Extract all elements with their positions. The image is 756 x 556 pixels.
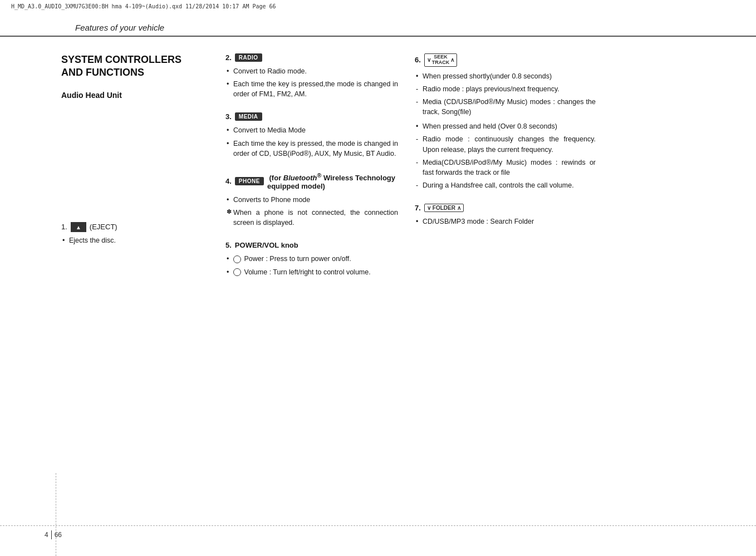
folder-number: 7. bbox=[415, 204, 421, 212]
eject-number: 1. bbox=[61, 223, 67, 231]
power-circle-icon bbox=[233, 255, 241, 263]
header-bar: H_MD_A3.0_AUDIO_3XMU7G3E00:BH hma 4-109~… bbox=[0, 0, 756, 13]
eject-label-line: 1. (EJECT) bbox=[61, 222, 206, 232]
media-bullets: Convert to Media Mode Each time the key … bbox=[225, 125, 398, 158]
seek-number: 6. bbox=[415, 56, 421, 64]
right-column: 6. ∨ SEEK TRACK ∧ When pressed shortly(u… bbox=[406, 53, 596, 291]
media-section: 3. MEDIA Convert to Media Mode Each time… bbox=[225, 112, 398, 158]
section-title: SYSTEM CONTROLLERS AND FUNCTIONS bbox=[61, 53, 206, 80]
eject-icon bbox=[71, 222, 86, 232]
seek-badge: ∨ SEEK TRACK ∧ bbox=[424, 53, 458, 67]
seek-short-dash-2: Media (CD/USB/iPod®/My Music) modes : ch… bbox=[415, 97, 596, 117]
seek-dashes-held: Radio mode : continuously changes the fr… bbox=[415, 134, 596, 190]
features-title: Features of your vehicle bbox=[75, 23, 164, 32]
page-container: H_MD_A3.0_AUDIO_3XMU7G3E00:BH hma 4-109~… bbox=[0, 0, 756, 556]
power-label: POWER/VOL knob bbox=[235, 241, 298, 249]
power-bullet-2: Volume : Turn left/right to control volu… bbox=[225, 267, 398, 277]
media-number: 3. bbox=[225, 112, 232, 121]
phone-bullets: Converts to Phone mode When a phone is n… bbox=[225, 195, 398, 228]
phone-badge: PHONE bbox=[235, 177, 264, 185]
folder-bullet-1: CD/USB/MP3 mode : Search Folder bbox=[415, 217, 596, 227]
radio-bullet-2: Each time the key is pressed,the mode is… bbox=[225, 79, 398, 99]
sub-title: Audio Head Unit bbox=[61, 91, 206, 100]
folder-chevron-right: ∧ bbox=[457, 205, 461, 211]
features-header: Features of your vehicle bbox=[0, 13, 756, 37]
folder-number-row: 7. ∨ FOLDER ∧ bbox=[415, 204, 596, 212]
radio-bullet-1: Convert to Radio mode. bbox=[225, 66, 398, 76]
seek-chevron-right: ∧ bbox=[450, 57, 454, 63]
phone-number: 4. bbox=[225, 177, 232, 185]
seek-held-dash-2: Media(CD/USB/iPod®/My Music) modes : rew… bbox=[415, 158, 596, 178]
media-bullet-1: Convert to Media Mode bbox=[225, 125, 398, 135]
seek-bullets-held: When pressed and held (Over 0.8 seconds) bbox=[415, 121, 596, 131]
radio-bullets: Convert to Radio mode. Each time the key… bbox=[225, 66, 398, 99]
media-number-row: 3. MEDIA bbox=[225, 112, 398, 121]
folder-label: FOLDER bbox=[433, 205, 455, 211]
phone-asterisk: When a phone is not connected, the conne… bbox=[225, 208, 398, 228]
seek-short-bullet-1: When pressed shortly(under 0.8 seconds) bbox=[415, 71, 596, 81]
page-divider bbox=[51, 530, 52, 539]
power-section: 5. POWER/VOL knob Power : Press to turn … bbox=[225, 241, 398, 277]
seek-section: 6. ∨ SEEK TRACK ∧ When pressed shortly(u… bbox=[415, 53, 596, 190]
power-bullet-1: Power : Press to turn power on/off. bbox=[225, 254, 398, 264]
page-number: 4 66 bbox=[45, 530, 62, 539]
seek-number-row: 6. ∨ SEEK TRACK ∧ bbox=[415, 53, 596, 67]
eject-text: (EJECT) bbox=[90, 223, 117, 231]
media-badge: MEDIA bbox=[235, 112, 262, 121]
radio-number-row: 2. RADIO bbox=[225, 53, 398, 62]
power-number: 5. bbox=[225, 241, 232, 249]
main-content: SYSTEM CONTROLLERS AND FUNCTIONS Audio H… bbox=[0, 53, 756, 291]
phone-for-label: (for Bluetooth® Wireless Technology equi… bbox=[267, 172, 398, 190]
file-info: H_MD_A3.0_AUDIO_3XMU7G3E00:BH hma 4-109~… bbox=[11, 3, 276, 9]
left-column: SYSTEM CONTROLLERS AND FUNCTIONS Audio H… bbox=[61, 53, 217, 291]
radio-badge: RADIO bbox=[235, 53, 262, 62]
left-margin-line bbox=[56, 473, 56, 556]
eject-section: 1. (EJECT) Ejects the disc. bbox=[61, 222, 206, 245]
seek-bullets-short: When pressed shortly(under 0.8 seconds) bbox=[415, 71, 596, 81]
folder-badge: ∨ FOLDER ∧ bbox=[424, 204, 464, 212]
seek-dashes-short: Radio mode : plays previous/next frequen… bbox=[415, 84, 596, 117]
media-bullet-2: Each time the key is pressed, the mode i… bbox=[225, 139, 398, 159]
power-number-row: 5. POWER/VOL knob bbox=[225, 241, 398, 249]
volume-circle-icon bbox=[233, 268, 241, 276]
mid-column: 2. RADIO Convert to Radio mode. Each tim… bbox=[217, 53, 406, 291]
eject-bullets: Ejects the disc. bbox=[61, 235, 206, 245]
seek-held-dash-3: During a Handsfree call, controls the ca… bbox=[415, 180, 596, 190]
page-label: 4 bbox=[45, 531, 48, 539]
eject-bullet-1: Ejects the disc. bbox=[61, 235, 206, 245]
phone-bullet-1: Converts to Phone mode bbox=[225, 195, 398, 205]
seek-held-dash-1: Radio mode : continuously changes the fr… bbox=[415, 134, 596, 154]
seek-chevron-left: ∨ bbox=[427, 57, 431, 63]
page-footer: 4 66 bbox=[0, 525, 756, 539]
folder-section: 7. ∨ FOLDER ∧ CD/USB/MP3 mode : Search F… bbox=[415, 204, 596, 227]
radio-number: 2. bbox=[225, 53, 232, 62]
seek-short-dash-1: Radio mode : plays previous/next frequen… bbox=[415, 84, 596, 94]
folder-bullets: CD/USB/MP3 mode : Search Folder bbox=[415, 217, 596, 227]
folder-chevron-left: ∨ bbox=[427, 205, 431, 211]
seek-held-bullet-1: When pressed and held (Over 0.8 seconds) bbox=[415, 121, 596, 131]
seek-seek-text: SEEK TRACK bbox=[432, 55, 450, 66]
radio-section: 2. RADIO Convert to Radio mode. Each tim… bbox=[225, 53, 398, 99]
phone-section: 4. PHONE (for Bluetooth® Wireless Techno… bbox=[225, 172, 398, 228]
phone-number-row: 4. PHONE (for Bluetooth® Wireless Techno… bbox=[225, 172, 398, 190]
power-bullets: Power : Press to turn power on/off. Volu… bbox=[225, 254, 398, 277]
